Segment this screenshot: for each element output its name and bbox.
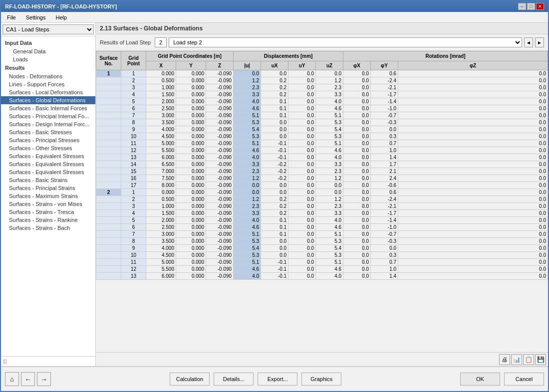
table-row: 2 0.500 0.000 -0.090 1.2 0.2 0.0 1.2 0.0… [96, 196, 548, 203]
cell-ux: 0.0 [261, 182, 288, 189]
cell-grid: 9 [121, 245, 146, 252]
cell-z: -0.090 [206, 105, 234, 112]
col-header-py: φY [371, 61, 398, 70]
cell-px: 0.0 [343, 84, 371, 91]
sidebar-item-surfaces-local[interactable]: Surfaces - Local Deformations [1, 88, 95, 96]
sidebar-item-surfaces-other-stresses[interactable]: Surfaces - Other Stresses [1, 144, 95, 152]
cell-pz: 0.0 [398, 259, 548, 266]
cell-ux: 0.2 [261, 77, 288, 84]
cancel-button[interactable]: Cancel [504, 373, 544, 386]
sidebar-item-surfaces-equiv-stresses-2[interactable]: Surfaces - Equivalent Stresses [1, 160, 95, 168]
cell-uz: 0.0 [316, 70, 343, 77]
sidebar-item-lines-support[interactable]: Lines - Support Forces [1, 80, 95, 88]
sidebar-dropdown[interactable]: CA1 - Load Steps [1, 23, 95, 36]
cell-ux: 0.2 [261, 84, 288, 91]
cell-ux: 0.1 [261, 217, 288, 224]
menu-settings[interactable]: Settings [22, 13, 50, 21]
cell-u: 4.0 [234, 217, 261, 224]
cell-z: -0.090 [206, 182, 234, 189]
cell-py: -1.4 [371, 217, 398, 224]
chart-icon-btn[interactable]: 📊 [511, 354, 522, 365]
close-button[interactable]: ✕ [536, 3, 544, 10]
cell-uy: 0.0 [288, 189, 316, 196]
sidebar-item-surfaces-equiv-stresses-1[interactable]: Surfaces - Equivalent Stresses [1, 152, 95, 160]
menu-file[interactable]: File [3, 13, 20, 21]
load-step-prev[interactable]: ◄ [524, 37, 533, 47]
cell-uz: 4.0 [316, 273, 343, 280]
sidebar-item-loads[interactable]: Loads [1, 55, 95, 63]
cell-py: -0.7 [371, 231, 398, 238]
cell-grid: 13 [121, 154, 146, 161]
table-row: 5 2.000 0.000 -0.090 4.0 0.1 0.0 4.0 0.0… [96, 217, 548, 224]
calculation-button[interactable]: Calculation [170, 373, 210, 386]
minimize-button[interactable]: ─ [518, 3, 526, 10]
data-table-container[interactable]: SurfaceNo. GridPoint Grid Point Coordina… [96, 51, 548, 352]
cell-py: -1.0 [371, 224, 398, 231]
table-row: 15 7.000 0.000 -0.090 2.3 -0.2 0.0 2.3 0… [96, 168, 548, 175]
export-icon-btn[interactable]: 💾 [535, 354, 546, 365]
cell-py: 0.7 [371, 259, 398, 266]
print-icon-btn[interactable]: 🖨 [499, 354, 510, 365]
load-case-select[interactable]: CA1 - Load Steps [2, 24, 94, 34]
sidebar-item-surfaces-rankine[interactable]: Surfaces - Strains - Rankine [1, 216, 95, 224]
cell-y: 0.000 [176, 133, 206, 140]
cell-z: -0.090 [206, 224, 234, 231]
sidebar-item-surfaces-principal-stresses[interactable]: Surfaces - Principal Stresses [1, 136, 95, 144]
sidebar-item-nodes-deformations[interactable]: Nodes - Deformations [1, 72, 95, 80]
cell-py: -0.3 [371, 238, 398, 245]
col-header-surface: SurfaceNo. [96, 51, 121, 70]
cell-grid: 7 [121, 112, 146, 119]
cell-x: 5.000 [146, 140, 176, 147]
sidebar-item-surfaces-basic-stresses[interactable]: Surfaces - Basic Stresses [1, 128, 95, 136]
cell-y: 0.000 [176, 231, 206, 238]
cell-z: -0.090 [206, 133, 234, 140]
cell-x: 1.500 [146, 210, 176, 217]
sidebar-item-surfaces-design-internal[interactable]: Surfaces - Design Internal Forc... [1, 120, 95, 128]
cell-uy: 0.0 [288, 196, 316, 203]
cell-ux: 0.1 [261, 98, 288, 105]
cell-uy: 0.0 [288, 245, 316, 252]
maximize-button[interactable]: □ [527, 3, 535, 10]
cell-uz: 4.6 [316, 105, 343, 112]
sidebar-item-surfaces-equiv-stresses-3[interactable]: Surfaces - Equivalent Stresses [1, 168, 95, 176]
cell-x: 2.000 [146, 98, 176, 105]
cell-ux: 0.2 [261, 203, 288, 210]
sidebar-item-surfaces-principal-strains[interactable]: Surfaces - Principal Strains [1, 184, 95, 192]
sidebar-item-surfaces-bach[interactable]: Surfaces - Strains - Bach [1, 224, 95, 232]
nav-forward-btn[interactable]: → [37, 372, 51, 386]
cell-surface [96, 238, 121, 245]
cell-z: -0.090 [206, 70, 234, 77]
cell-surface [96, 105, 121, 112]
load-step-select[interactable]: Load step 2 [169, 37, 522, 47]
nav-back-btn[interactable]: ← [21, 372, 35, 386]
cell-ux: 0.2 [261, 196, 288, 203]
ok-button[interactable]: OK [460, 373, 500, 386]
sidebar-item-surfaces-max-strains[interactable]: Surfaces - Maximum Strains [1, 192, 95, 200]
cell-u: 4.0 [234, 273, 261, 280]
cell-y: 0.000 [176, 112, 206, 119]
sidebar-item-surfaces-basic-internal[interactable]: Surfaces - Basic Internal Forces [1, 104, 95, 112]
cell-u: 5.3 [234, 252, 261, 259]
menu-help[interactable]: Help [51, 13, 71, 21]
sidebar-item-surfaces-von-mises[interactable]: Surfaces - Strains - von Mises [1, 200, 95, 208]
table-icon-btn[interactable]: 📋 [523, 354, 534, 365]
graphics-button[interactable]: Graphics [301, 373, 341, 386]
sidebar-item-surfaces-principal-internal[interactable]: Surfaces - Principal Internal Fo... [1, 112, 95, 120]
nav-home-btn[interactable]: ⌂ [5, 372, 19, 386]
cell-px: 0.0 [343, 273, 371, 280]
sidebar-item-surfaces-global[interactable]: Surfaces - Global Deformations [1, 96, 95, 104]
details-button[interactable]: Details... [214, 373, 254, 386]
load-step-next[interactable]: ► [535, 37, 544, 47]
cell-u: 5.1 [234, 231, 261, 238]
export-button[interactable]: Export... [258, 373, 297, 386]
cell-ux: -0.1 [261, 273, 288, 280]
cell-x: 4.500 [146, 133, 176, 140]
cell-y: 0.000 [176, 77, 206, 84]
col-header-displacements: Displacements [mm] [234, 51, 343, 61]
sidebar-item-surfaces-basic-strains[interactable]: Surfaces - Basic Strains [1, 176, 95, 184]
panel-title: 2.13 Surfaces - Global Deformations [96, 23, 548, 34]
cell-px: 0.0 [343, 203, 371, 210]
table-row: 13 6.000 0.000 -0.090 4.0 -0.1 0.0 4.0 0… [96, 154, 548, 161]
sidebar-item-general-data[interactable]: General Data [1, 47, 95, 55]
sidebar-item-surfaces-tresca[interactable]: Surfaces - Strains - Tresca [1, 208, 95, 216]
